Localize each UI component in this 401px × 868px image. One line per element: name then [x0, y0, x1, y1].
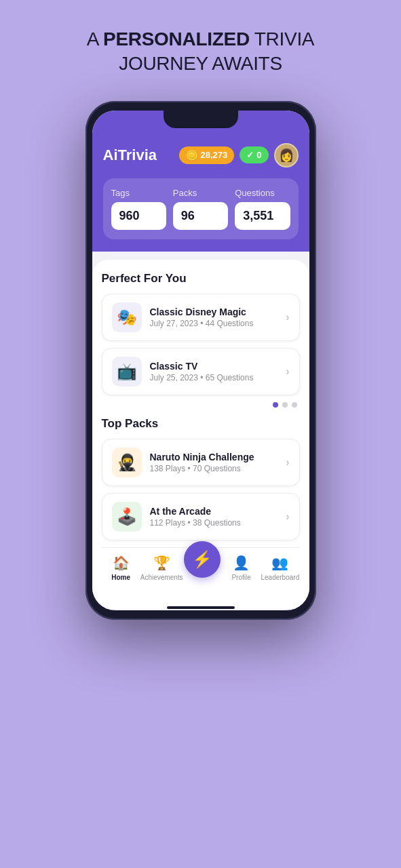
classic-tv-pack-name: Classic TV	[150, 361, 286, 372]
phone-notch	[164, 111, 238, 128]
arcade-pack-icon: 🕹️	[112, 502, 142, 532]
disney-pack-meta: July 27, 2023 • 44 Questions	[150, 319, 286, 328]
nav-profile-label: Profile	[231, 574, 250, 581]
coins-value: 28,273	[201, 150, 228, 160]
dot-1	[273, 402, 278, 408]
main-content: Perfect For You 🎭 Classic Disney Magic J…	[92, 260, 309, 609]
stat-tags-value: 960	[111, 202, 166, 230]
nav-profile[interactable]: 👤 Profile	[222, 555, 261, 591]
nav-leaderboard[interactable]: 👥 Leaderboard	[261, 555, 299, 591]
coins-icon: 🪙	[186, 150, 197, 161]
bottom-nav: 🏠 Home 🏆 Achievements ⚡ 👤 Profile	[102, 547, 300, 604]
app-header: AiTrivia 🪙 28,273 ✓ 0 👩	[92, 111, 309, 252]
phone-frame: AiTrivia 🪙 28,273 ✓ 0 👩	[85, 101, 316, 620]
app-top-bar: AiTrivia 🪙 28,273 ✓ 0 👩	[103, 143, 299, 167]
nav-achievements[interactable]: 🏆 Achievements	[140, 555, 183, 591]
home-icon: 🏠	[113, 555, 130, 571]
stat-questions-value: 3,551	[235, 202, 290, 230]
stat-packs-value: 96	[173, 202, 228, 230]
arcade-pack-name: At the Arcade	[150, 506, 286, 517]
classic-tv-pack-meta: July 25, 2023 • 65 Questions	[150, 373, 286, 382]
naruto-pack-info: Naruto Ninja Challenge 138 Plays • 70 Qu…	[150, 452, 286, 473]
list-item[interactable]: 🥷 Naruto Ninja Challenge 138 Plays • 70 …	[102, 439, 300, 486]
chevron-right-icon: ›	[286, 511, 289, 523]
disney-pack-icon: 🎭	[112, 302, 142, 332]
headline-part1: A	[87, 28, 103, 50]
arcade-pack-info: At the Arcade 112 Plays • 38 Questions	[150, 506, 286, 528]
stat-tags-label: Tags	[111, 188, 166, 198]
profile-icon: 👤	[233, 555, 250, 571]
dot-2	[282, 402, 288, 408]
pagination-dots	[102, 402, 300, 408]
chevron-right-icon: ›	[286, 456, 289, 469]
headline-part2: TRIVIA	[250, 28, 314, 50]
top-bar-right: 🪙 28,273 ✓ 0 👩	[179, 143, 299, 167]
stat-tags: Tags 960	[111, 188, 166, 230]
list-item[interactable]: 🕹️ At the Arcade 112 Plays • 38 Question…	[102, 493, 300, 540]
check-value: 0	[256, 150, 261, 160]
headline-bold: PERSONALIZED	[103, 28, 250, 50]
disney-pack-info: Classic Disney Magic July 27, 2023 • 44 …	[150, 307, 286, 328]
classic-tv-pack-info: Classic TV July 25, 2023 • 65 Questions	[150, 361, 286, 382]
dot-3	[292, 402, 297, 408]
stat-questions-label: Questions	[235, 188, 290, 198]
app-logo: AiTrivia	[103, 146, 157, 164]
nav-center-play[interactable]: ⚡	[183, 541, 222, 578]
stats-card: Tags 960 Packs 96 Questions 3,551	[103, 178, 299, 239]
chevron-right-icon: ›	[286, 311, 289, 323]
check-icon: ✓	[246, 150, 254, 160]
nav-home[interactable]: 🏠 Home	[102, 555, 140, 591]
coins-badge[interactable]: 🪙 28,273	[179, 146, 235, 164]
phone-screen: AiTrivia 🪙 28,273 ✓ 0 👩	[92, 111, 309, 610]
avatar[interactable]: 👩	[274, 143, 299, 167]
nav-home-label: Home	[111, 574, 130, 581]
nav-achievements-label: Achievements	[140, 574, 183, 581]
naruto-pack-name: Naruto Ninja Challenge	[150, 452, 286, 462]
naruto-pack-icon: 🥷	[112, 448, 142, 477]
stat-packs: Packs 96	[173, 188, 228, 230]
headline-line2: JOURNEY AWAITS	[87, 52, 315, 76]
disney-pack-name: Classic Disney Magic	[150, 307, 286, 317]
chevron-right-icon: ›	[286, 366, 289, 378]
top-packs-title: Top Packs	[102, 417, 300, 431]
list-item[interactable]: 📺 Classic TV July 25, 2023 • 65 Question…	[102, 348, 300, 395]
classic-tv-pack-icon: 📺	[112, 357, 142, 387]
leaderboard-icon: 👥	[271, 555, 288, 571]
check-badge[interactable]: ✓ 0	[240, 146, 268, 163]
stats-grid: Tags 960 Packs 96 Questions 3,551	[111, 188, 290, 230]
stat-questions: Questions 3,551	[235, 188, 290, 230]
list-item[interactable]: 🎭 Classic Disney Magic July 27, 2023 • 4…	[102, 294, 300, 341]
lightning-icon: ⚡	[192, 550, 212, 569]
arcade-pack-meta: 112 Plays • 38 Questions	[150, 518, 286, 528]
naruto-pack-meta: 138 Plays • 70 Questions	[150, 464, 286, 473]
perfect-for-you-title: Perfect For You	[102, 272, 300, 285]
play-button[interactable]: ⚡	[184, 541, 221, 578]
home-indicator	[167, 606, 235, 609]
headline: A PERSONALIZED TRIVIA JOURNEY AWAITS	[87, 27, 315, 77]
trophy-icon: 🏆	[153, 555, 170, 571]
stat-packs-label: Packs	[173, 188, 228, 198]
nav-leaderboard-label: Leaderboard	[261, 574, 299, 581]
